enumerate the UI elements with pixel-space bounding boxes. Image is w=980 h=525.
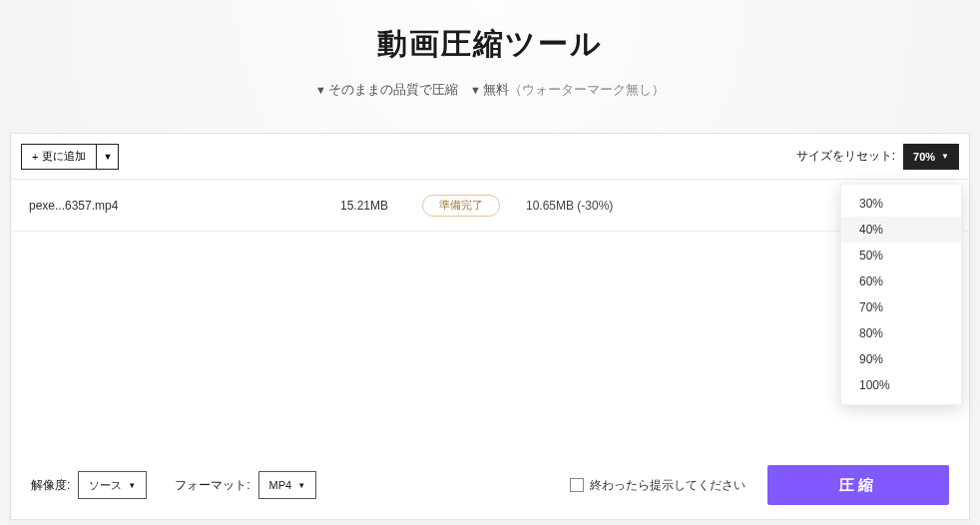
chevron-down-icon: ▼ xyxy=(128,481,136,490)
size-dropdown-menu: 30%40%50%60%70%80%90%100% xyxy=(840,184,962,405)
file-name: pexe...6357.mp4 xyxy=(29,199,318,213)
add-more-button[interactable]: +更に追加 xyxy=(21,144,97,170)
format-select[interactable]: MP4 ▼ xyxy=(258,471,317,499)
chevron-down-icon: ▼ xyxy=(103,152,112,162)
size-option[interactable]: 40% xyxy=(841,217,961,243)
reset-size-dropdown[interactable]: 70% ▼ xyxy=(903,144,959,170)
sub-feature-free: 無料（ウォーターマーク無し） xyxy=(470,81,665,99)
file-row[interactable]: pexe...6357.mp4 15.21MB 準備完了 10.65MB (-3… xyxy=(11,180,969,232)
add-more-dropdown-button[interactable]: ▼ xyxy=(97,144,119,170)
subhead: そのままの品質で圧縮 無料（ウォーターマーク無し） xyxy=(0,81,980,99)
resolution-label: 解像度: xyxy=(31,477,70,494)
main-panel: +更に追加 ▼ サイズをリセット: 70% ▼ 30%40%50%60%70%8… xyxy=(10,133,970,520)
size-option[interactable]: 60% xyxy=(841,268,961,294)
add-button-group: +更に追加 ▼ xyxy=(21,144,119,170)
toolbar: +更に追加 ▼ サイズをリセット: 70% ▼ 30%40%50%60%70%8… xyxy=(11,134,969,180)
format-label: フォーマット: xyxy=(175,477,249,494)
file-estimate: 10.65MB (-30%) xyxy=(526,199,613,213)
file-status-badge: 準備完了 xyxy=(422,195,500,217)
reset-size-label: サイズをリセット: xyxy=(796,148,895,165)
chevron-down-icon: ▼ xyxy=(297,481,305,490)
footer: 解像度: ソース ▼ フォーマット: MP4 ▼ 終わったら提示してください 圧… xyxy=(11,451,969,519)
checkbox-icon xyxy=(570,478,584,492)
chevron-down-icon: ▼ xyxy=(941,152,949,161)
page-title: 動画圧縮ツール xyxy=(0,24,980,65)
sub-feature-quality: そのままの品質で圧縮 xyxy=(315,81,458,99)
size-option[interactable]: 70% xyxy=(841,294,961,320)
notify-checkbox[interactable]: 終わったら提示してください xyxy=(570,478,745,493)
compress-button[interactable]: 圧縮 xyxy=(767,465,949,505)
size-option[interactable]: 100% xyxy=(841,372,961,398)
size-option[interactable]: 90% xyxy=(841,346,961,372)
file-size: 15.21MB xyxy=(318,199,388,213)
size-option[interactable]: 50% xyxy=(841,243,961,268)
plus-icon: + xyxy=(32,151,38,163)
size-option[interactable]: 30% xyxy=(841,191,961,217)
size-option[interactable]: 80% xyxy=(841,320,961,346)
resolution-select[interactable]: ソース ▼ xyxy=(78,471,147,499)
hero: 動画圧縮ツール そのままの品質で圧縮 無料（ウォーターマーク無し） xyxy=(0,0,980,99)
